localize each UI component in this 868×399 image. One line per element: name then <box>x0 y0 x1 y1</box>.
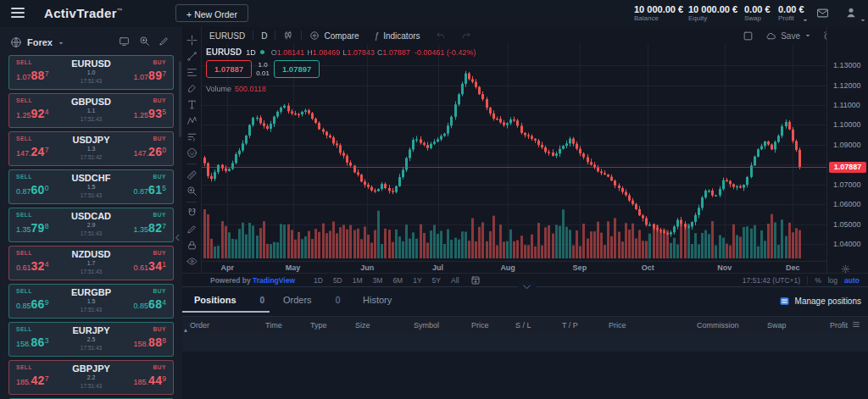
watchlist-item-eurjpy[interactable]: SELLEURJPYBUY158.8632.5158.88817:51:43 <box>8 322 174 357</box>
tab-orders[interactable]: Orders0 <box>283 295 340 305</box>
tool-text[interactable] <box>182 97 201 113</box>
quote-time: 17:51:43 <box>9 116 173 122</box>
range-1d[interactable]: 1D <box>310 275 326 285</box>
price-axis-label: 1.09000 <box>833 141 861 149</box>
save-button[interactable]: Save <box>761 30 815 42</box>
tool-hide-all[interactable] <box>182 253 201 269</box>
cloud-icon <box>765 30 776 42</box>
tab-history[interactable]: History <box>363 295 392 305</box>
manage-positions-button[interactable]: Manage positions <box>779 296 861 307</box>
compare-plus-icon <box>309 30 320 41</box>
sell-chip[interactable]: 1.07887 <box>206 60 252 78</box>
profit-dropdown-caret-icon[interactable] <box>802 12 809 27</box>
xabcd-pattern-icon <box>186 115 198 126</box>
panel-collapse-chevron-icon[interactable] <box>518 281 536 292</box>
watchlist-item-gbpjpy[interactable]: SELLGBPJPYBUY185.4272.2185.44917:51:43 <box>8 360 174 395</box>
tool-emoji[interactable] <box>182 145 201 161</box>
price-axis-label: 1.07000 <box>833 180 861 189</box>
indicators-button[interactable]: ƒIndicators <box>367 27 428 44</box>
layout-icon[interactable] <box>738 30 758 42</box>
account-equity: 10 000.00 €Equity <box>688 4 737 23</box>
watchlist-group-dropdown[interactable]: Forex <box>10 35 64 50</box>
search-icon[interactable] <box>139 36 150 47</box>
avatar-dropdown-caret-icon[interactable] <box>860 12 866 27</box>
range-1y[interactable]: 1Y <box>409 275 425 285</box>
price-axis-label: 1.12000 <box>833 81 861 90</box>
buy-chip[interactable]: 1.07897 <box>274 60 320 78</box>
undo-icon[interactable] <box>428 27 453 44</box>
tool-crosshair[interactable] <box>182 32 201 48</box>
tool-fib-retracement[interactable] <box>182 64 201 80</box>
user-avatar-icon[interactable] <box>844 6 858 19</box>
mail-icon[interactable] <box>816 7 829 19</box>
price-axis[interactable]: 1.07887 1.130001.120001.110001.100001.09… <box>826 27 868 273</box>
month-label: Jun <box>360 263 374 272</box>
watchlist-item-eurusd[interactable]: SELLEURUSDBUY1.078871.01.0789717:51:43 <box>8 55 174 90</box>
account-profit: 0.00 €Profit <box>778 4 804 23</box>
tool-forecast[interactable] <box>182 129 201 145</box>
tool-drawing-mode[interactable] <box>182 221 201 237</box>
tab-positions[interactable]: Positions0 <box>194 295 264 305</box>
new-order-button[interactable]: + New Order <box>175 4 248 22</box>
auto-scale-button[interactable]: auto <box>844 276 860 285</box>
magnet-icon <box>186 208 198 219</box>
drawing-toolbar <box>182 27 202 273</box>
watchlist-header: Forex <box>0 32 182 53</box>
range-6m[interactable]: 6M <box>389 275 406 285</box>
column-size: Size <box>355 317 370 334</box>
quote-time: 17:51:43 <box>9 192 173 198</box>
column-menu-icon[interactable] <box>852 320 860 329</box>
tool-xabcd-pattern[interactable] <box>182 113 201 129</box>
watchlist-item-usdcad[interactable]: SELLUSDCADBUY1.357982.91.3582717:51:43 <box>8 208 174 242</box>
chart-toolbar: EURUSD D Compare ƒIndicators Save <box>202 27 868 45</box>
tool-zoom-in[interactable] <box>182 183 201 199</box>
range-1m[interactable]: 1M <box>349 275 366 285</box>
tool-magnet[interactable] <box>182 205 201 221</box>
range-5y[interactable]: 5Y <box>429 275 444 285</box>
percent-scale-button[interactable]: % <box>815 276 821 285</box>
column-swap: Swap <box>767 317 787 334</box>
tool-brush[interactable] <box>182 80 201 97</box>
watchlist-item-usdchf[interactable]: SELLUSDCHFBUY0.876001.50.8761517:51:43 <box>8 169 174 204</box>
range-all[interactable]: All <box>448 275 462 285</box>
quote-time: 17:51:43 <box>9 230 173 236</box>
text-icon <box>186 99 198 110</box>
column-type: Type <box>310 317 327 334</box>
price-axis-label: 1.10000 <box>833 120 861 129</box>
watchlist-item-gbpusd[interactable]: SELLGBPUSDBUY1.259241.11.2593517:51:43 <box>8 93 174 128</box>
symbol-selector[interactable]: EURUSD <box>202 27 253 44</box>
compare-button[interactable]: Compare <box>302 27 366 44</box>
watchlist-item-usdjpy[interactable]: SELLUSDJPYBUY147.2471.3147.26017:51:42 <box>8 131 174 166</box>
time-axis[interactable]: AprMayJunJulAugSepOctNovDec <box>202 261 826 274</box>
quote-time: 17:51:43 <box>9 78 173 84</box>
range-3m[interactable]: 3M <box>370 275 387 285</box>
watchlist-scrollbar[interactable] <box>179 61 181 137</box>
tool-measure[interactable] <box>182 167 201 183</box>
interval-selector[interactable]: D <box>253 27 275 44</box>
column-order[interactable]: Order <box>190 317 209 334</box>
watchlist-item-eurgbp[interactable]: SELLEURGBPBUY0.856691.50.8568417:51:43 <box>8 284 174 319</box>
brush-icon <box>186 83 198 94</box>
lock-all-icon <box>186 240 198 251</box>
menu-icon[interactable] <box>11 8 25 20</box>
chart-plot-area[interactable]: EURUSD 1D O1.08141H1.08469L1.07843C1.078… <box>202 44 826 261</box>
column-symbol: Symbol <box>414 317 439 334</box>
chart-type-icon[interactable] <box>275 27 301 44</box>
hide-all-icon <box>186 256 198 267</box>
redo-icon[interactable] <box>453 27 479 44</box>
column-price: Price <box>471 317 489 334</box>
activtrader-app: ActivTrader™ + New Order 10 000.00 €Bala… <box>0 0 868 399</box>
spread-info: 1.0 0.01 <box>256 61 270 78</box>
buy-label: BUY <box>153 326 166 332</box>
watchlist-item-nzdusd[interactable]: SELLNZDUSDBUY0.613241.70.6134117:51:43 <box>8 246 174 280</box>
sidebar-collapse-icon[interactable] <box>173 233 182 242</box>
popup-window-icon[interactable] <box>119 36 130 47</box>
tradingview-attribution[interactable]: Powered by TradingView <box>210 276 295 285</box>
edit-watchlist-icon[interactable] <box>159 36 170 47</box>
tool-trend-line[interactable] <box>182 48 201 64</box>
log-scale-button[interactable]: log <box>828 276 837 285</box>
go-to-date-icon[interactable] <box>470 275 481 285</box>
tool-lock-all[interactable] <box>182 237 201 253</box>
column-tp: T / P <box>562 317 578 334</box>
range-5d[interactable]: 5D <box>330 275 346 285</box>
